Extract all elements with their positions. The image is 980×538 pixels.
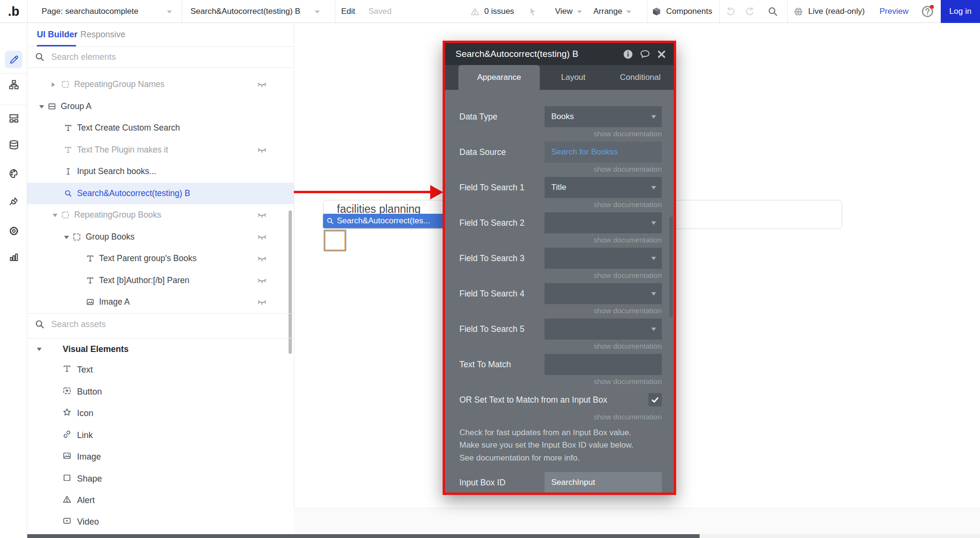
tree-row-text-author-paren[interactable]: Text [b]Author:[/b] Paren [27, 270, 294, 291]
search-assets[interactable]: Search assets [27, 314, 294, 335]
field-label: OR Set Text to Match from an Input Box [459, 395, 648, 405]
database-icon [9, 140, 19, 150]
element-selector[interactable]: Search&Autocorrect(testing) B [190, 0, 320, 23]
styles-tab[interactable] [5, 165, 22, 182]
preview-button[interactable]: Preview [880, 0, 908, 23]
settings-tab[interactable] [5, 222, 22, 240]
horizontal-scrollbar-thumb[interactable] [27, 534, 700, 538]
show-documentation-link[interactable]: show documentation [594, 236, 662, 244]
page-selector[interactable]: Page: searchautocomplete [42, 0, 172, 23]
design-tab[interactable] [5, 51, 22, 68]
environment-selector[interactable]: Live (read-only) [793, 0, 865, 23]
issues-indicator[interactable]: 0 issues [470, 0, 514, 23]
chevron-down-icon [651, 221, 656, 227]
image-icon [86, 298, 94, 306]
text-icon [63, 364, 71, 375]
input-box-id-field[interactable] [545, 472, 662, 493]
bubble-logo[interactable]: .b [0, 0, 27, 23]
show-documentation-link[interactable]: show documentation [594, 342, 662, 351]
workflow-tab[interactable] [5, 76, 22, 93]
palette-item-icon[interactable]: Icon [27, 403, 294, 424]
tab-ui-builder[interactable]: UI Builder [37, 23, 78, 46]
tree-row-text-parent-groups-books[interactable]: Text Parent group's Books [27, 248, 294, 269]
popup-scrollbar[interactable] [669, 217, 673, 317]
show-documentation-link[interactable]: show documentation [594, 130, 662, 138]
login-button[interactable]: Log in [941, 0, 980, 23]
show-documentation-link[interactable]: show documentation [594, 271, 662, 280]
tree-row-input-search-books[interactable]: Input Search books... [27, 161, 294, 182]
tree-row-repeatinggroup-books[interactable]: RepeatingGroup Books [27, 204, 294, 226]
palette-item-image[interactable]: Image [27, 446, 294, 468]
field-to-search-3-dropdown[interactable] [545, 248, 662, 269]
edit-menu[interactable]: Edit [341, 0, 355, 23]
search-icon [768, 6, 778, 17]
palette-item-alert[interactable]: Alert [27, 490, 294, 511]
tab-layout[interactable]: Layout [540, 65, 607, 90]
expand-right-icon[interactable] [52, 82, 57, 87]
button-icon [63, 386, 71, 397]
wireframe-tab[interactable] [5, 109, 22, 127]
horizontal-scrollbar-track[interactable] [27, 534, 980, 538]
tree-row-text-the-plugin[interactable]: Text The Plugin makes it [27, 139, 294, 161]
palette-item-video[interactable]: Video [27, 511, 294, 533]
tree-row-search-autocorrect-selected[interactable]: Search&Autocorrect(testing) B [27, 183, 294, 204]
input-box-checkbox[interactable] [648, 393, 662, 406]
field-to-search-4-dropdown[interactable] [545, 283, 662, 304]
expand-down-icon[interactable] [39, 105, 44, 111]
tree-row-text-create-custom-search[interactable]: Text Create Custom Search [27, 117, 294, 139]
search-elements-input[interactable]: Search elements [51, 52, 116, 62]
tab-appearance[interactable]: Appearance [458, 65, 540, 90]
field-to-search-1-dropdown[interactable]: Title [545, 177, 662, 198]
topbar-divider [787, 0, 788, 22]
redo-button[interactable] [745, 0, 755, 23]
expand-down-icon[interactable] [53, 214, 57, 220]
show-documentation-link[interactable]: show documentation [594, 307, 662, 315]
palette-item-text[interactable]: Text [27, 359, 294, 381]
show-documentation-link[interactable]: show documentation [594, 165, 662, 174]
palette-item-button[interactable]: Button [27, 381, 294, 403]
chevron-down-icon [651, 328, 656, 333]
property-editor-titlebar[interactable]: Search&Autocorrect(testing) B [445, 43, 674, 65]
palette-item-link[interactable]: Link [27, 425, 294, 446]
plugins-tab[interactable] [5, 192, 22, 209]
field-to-search-2-dropdown[interactable] [545, 212, 662, 233]
comment-icon[interactable] [640, 49, 650, 59]
tree-row-group-books[interactable]: Group Books [27, 226, 294, 248]
show-documentation-link[interactable]: show documentation [594, 377, 662, 386]
data-type-dropdown[interactable]: Books [545, 106, 662, 127]
data-source-expression[interactable]: Search for Bookss [545, 142, 662, 163]
close-icon[interactable] [657, 50, 666, 59]
tab-responsive[interactable]: Responsive [80, 23, 125, 46]
search-assets-input[interactable]: Search assets [51, 319, 106, 329]
visual-elements-header[interactable]: Visual Elements [27, 339, 294, 360]
canvas-selected-element-badge[interactable]: Search&Autocorrect(tes... [323, 214, 444, 228]
logs-tab[interactable] [5, 248, 22, 265]
search-elements[interactable]: Search elements [27, 46, 294, 67]
tab-conditional[interactable]: Conditional [607, 65, 674, 90]
tree-row-repeatinggroup-names[interactable]: RepeatingGroup Names [27, 74, 294, 95]
field-to-search-5-dropdown[interactable] [545, 318, 662, 340]
tab-label: Appearance [477, 73, 521, 82]
tree-row-image-a[interactable]: Image A [27, 291, 294, 313]
undo-button[interactable] [725, 0, 736, 23]
view-menu[interactable]: View [555, 0, 582, 23]
data-tab[interactable] [5, 136, 22, 154]
palette-item-label: Alert [77, 495, 95, 505]
help-button[interactable] [921, 0, 935, 23]
cursor-tool[interactable] [528, 0, 538, 23]
field-label: Field To Search 3 [459, 253, 545, 264]
tree-row-group-a[interactable]: Group A [27, 96, 294, 117]
arrange-menu[interactable]: Arrange [593, 0, 631, 23]
search-button[interactable] [768, 0, 778, 23]
info-icon[interactable] [623, 49, 633, 59]
undo-icon [725, 6, 736, 17]
show-documentation-link[interactable]: show documentation [594, 200, 662, 209]
palette-item-shape[interactable]: Shape [27, 468, 294, 490]
components-menu[interactable]: Components [652, 0, 712, 23]
field-label: Text To Match [459, 360, 545, 370]
expand-down-icon[interactable] [64, 236, 69, 242]
text-to-match-input[interactable] [545, 354, 662, 375]
canvas-selected-shape[interactable] [324, 231, 345, 251]
show-documentation-link[interactable]: show documentation [594, 413, 662, 421]
video-icon [63, 516, 71, 527]
